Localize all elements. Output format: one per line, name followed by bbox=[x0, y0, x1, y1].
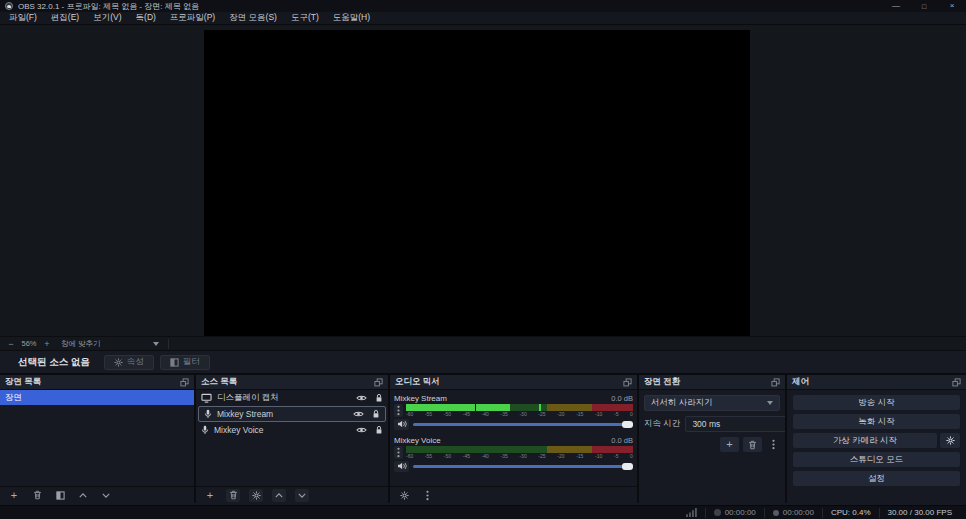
db-tick-label: -40 bbox=[482, 453, 489, 459]
controls-panel-header: 제어 bbox=[787, 375, 966, 390]
settings-button[interactable]: 설정 bbox=[793, 471, 960, 486]
plus-icon: + bbox=[726, 439, 732, 450]
db-tick-label: -50 bbox=[444, 411, 451, 417]
virtual-camera-config-button[interactable] bbox=[940, 433, 960, 448]
source-item-mixkey-voice[interactable]: Mixkey Voice bbox=[196, 422, 388, 438]
source-item-label: Mixkey Stream bbox=[217, 409, 348, 419]
eye-icon[interactable] bbox=[356, 426, 367, 434]
add-transition-button[interactable]: + bbox=[720, 437, 739, 452]
duration-label: 지속 시간 bbox=[644, 418, 680, 430]
start-recording-button[interactable]: 녹화 시작 bbox=[793, 414, 960, 429]
advanced-audio-button[interactable] bbox=[397, 489, 411, 502]
mixer-menu-button[interactable] bbox=[420, 489, 434, 502]
remove-scene-button[interactable] bbox=[30, 489, 44, 502]
menu-tools[interactable]: 도구(T) bbox=[284, 12, 326, 24]
source-item-display-capture[interactable]: 디스플레이 캡처 bbox=[196, 390, 388, 406]
channel-meter-row: -60 -55 -50 -45 -40 -35 -30 -25 -20 -15 … bbox=[394, 404, 633, 417]
db-tick-label: -50 bbox=[444, 453, 451, 459]
channel-menu-button[interactable] bbox=[394, 404, 403, 417]
lock-icon[interactable] bbox=[375, 425, 383, 435]
preview-canvas[interactable] bbox=[204, 30, 750, 336]
transition-select[interactable]: 서서히 사라지기 bbox=[644, 395, 780, 411]
menu-scene-collection[interactable]: 장면 모음(S) bbox=[222, 12, 284, 24]
sources-panel-title: 소스 목록 bbox=[201, 376, 237, 388]
menu-view[interactable]: 보기(V) bbox=[86, 12, 128, 24]
remove-transition-button[interactable] bbox=[743, 437, 762, 452]
db-tick-label: -60 bbox=[406, 453, 413, 459]
move-source-up-button[interactable] bbox=[272, 489, 286, 502]
lock-icon[interactable] bbox=[372, 409, 380, 419]
add-scene-button[interactable]: + bbox=[7, 489, 21, 502]
speaker-icon bbox=[397, 420, 407, 428]
source-item-mixkey-stream[interactable]: Mixkey Stream bbox=[198, 406, 386, 422]
channel-header: Mixkey Stream 0.0 dB bbox=[394, 393, 633, 403]
chevron-up-icon bbox=[275, 493, 283, 498]
duration-input[interactable] bbox=[686, 419, 785, 429]
stream-status-icon bbox=[714, 509, 721, 516]
slider-handle[interactable] bbox=[622, 421, 633, 428]
start-streaming-button[interactable]: 방송 시작 bbox=[793, 395, 960, 410]
preview-zoom-bar: − 56% + 창에 맞추기 bbox=[0, 336, 966, 350]
db-tick-label: -30 bbox=[519, 411, 526, 417]
title-bar: OBS 32.0.1 - 프로파일: 제목 없음 - 장면: 제목 없음 — □… bbox=[0, 0, 966, 12]
sources-panel-header: 소스 목록 bbox=[196, 375, 388, 390]
chevron-down-icon bbox=[153, 342, 159, 346]
filters-button[interactable]: 필터 bbox=[160, 355, 210, 370]
channel-menu-button[interactable] bbox=[394, 446, 403, 459]
eye-icon[interactable] bbox=[356, 394, 367, 402]
maximize-button[interactable]: □ bbox=[910, 0, 938, 12]
remove-source-button[interactable] bbox=[226, 489, 240, 502]
popout-icon[interactable] bbox=[374, 378, 383, 387]
db-tick-label: 0 bbox=[630, 411, 633, 417]
start-virtual-camera-button[interactable]: 가상 카메라 시작 bbox=[793, 433, 937, 448]
source-properties-button[interactable] bbox=[249, 489, 263, 502]
menu-edit[interactable]: 편집(E) bbox=[44, 12, 86, 24]
move-scene-up-button[interactable] bbox=[76, 489, 90, 502]
volume-slider[interactable] bbox=[413, 419, 633, 430]
source-item-label: 디스플레이 캡처 bbox=[217, 392, 351, 404]
chevron-down-icon bbox=[298, 493, 306, 498]
close-button[interactable]: × bbox=[938, 0, 966, 12]
db-tick-label: -25 bbox=[538, 453, 545, 459]
menu-help[interactable]: 도움말(H) bbox=[326, 12, 377, 24]
eye-icon[interactable] bbox=[353, 410, 364, 418]
db-tick-label: -20 bbox=[557, 453, 564, 459]
mixer-panel-title: 오디오 믹서 bbox=[395, 376, 440, 388]
mute-button[interactable] bbox=[394, 461, 409, 472]
trash-icon bbox=[33, 490, 42, 500]
zoom-in-button[interactable]: + bbox=[42, 339, 52, 349]
minimize-button[interactable]: — bbox=[882, 0, 910, 12]
slider-handle[interactable] bbox=[622, 463, 633, 470]
channel-meter-row: -60 -55 -50 -45 -40 -35 -30 -25 -20 -15 … bbox=[394, 446, 633, 459]
record-timer: 00:00:00 bbox=[765, 508, 822, 518]
controls-panel-title: 제어 bbox=[792, 376, 809, 388]
properties-button[interactable]: 속성 bbox=[104, 355, 154, 370]
popout-icon[interactable] bbox=[771, 378, 780, 387]
move-scene-down-button[interactable] bbox=[99, 489, 113, 502]
transition-menu-button[interactable] bbox=[766, 438, 780, 451]
mute-button[interactable] bbox=[394, 419, 409, 430]
zoom-out-button[interactable]: − bbox=[6, 339, 16, 349]
cpu-usage: CPU: 0.4% bbox=[823, 508, 879, 518]
meter-zone-red bbox=[592, 404, 633, 411]
mixer-panel-header: 오디오 믹서 bbox=[390, 375, 637, 390]
move-source-down-button[interactable] bbox=[295, 489, 309, 502]
source-toolbar: 선택된 소스 없음 속성 필터 bbox=[0, 350, 966, 373]
volume-slider[interactable] bbox=[413, 461, 633, 472]
popout-icon[interactable] bbox=[180, 378, 189, 387]
popout-icon[interactable] bbox=[952, 378, 961, 387]
db-scale: -60 -55 -50 -45 -40 -35 -30 -25 -20 -15 … bbox=[406, 453, 633, 459]
fit-to-window-dropdown[interactable]: 창에 맞추기 bbox=[55, 338, 165, 349]
db-tick-label: -45 bbox=[463, 453, 470, 459]
scene-filters-button[interactable] bbox=[53, 489, 67, 502]
scene-item[interactable]: 장면 bbox=[0, 390, 194, 405]
menu-profile[interactable]: 프로파일(P) bbox=[163, 12, 222, 24]
lock-icon[interactable] bbox=[375, 393, 383, 403]
popout-icon[interactable] bbox=[623, 378, 632, 387]
menu-file[interactable]: 파일(F) bbox=[2, 12, 44, 24]
menu-docks[interactable]: 독(D) bbox=[129, 12, 163, 24]
studio-mode-button[interactable]: 스튜디오 모드 bbox=[793, 452, 960, 467]
volume-meter-wrap: -60 -55 -50 -45 -40 -35 -30 -25 -20 -15 … bbox=[406, 404, 633, 417]
fit-to-window-label: 창에 맞추기 bbox=[61, 339, 101, 349]
add-source-button[interactable]: + bbox=[203, 489, 217, 502]
